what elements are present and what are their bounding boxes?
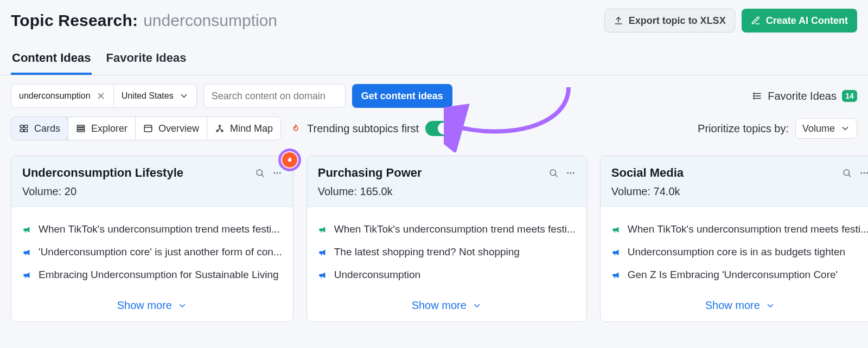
view-cards-label: Cards [34,123,60,134]
list-item-text: The latest shopping trend? Not shopping [334,246,520,258]
card-volume-value: 165.0k [360,185,393,197]
bullhorn-icon [611,247,621,257]
more-icon[interactable] [566,168,576,178]
country-select[interactable]: United States [114,85,196,107]
topic-card: Purchasing Power Volume: 165.0k Whe [307,156,587,322]
svg-rect-10 [144,125,152,132]
card-actions [255,168,282,178]
export-xlsx-label: Export topic to XLSX [629,15,726,27]
tab-favorite-ideas[interactable]: Favorite Ideas [105,46,187,75]
topic-chip[interactable]: underconsumption [11,85,113,107]
bullhorn-icon [318,224,328,234]
svg-point-0 [754,93,755,94]
svg-point-18 [550,170,556,176]
list-item[interactable]: Embracing Underconsumption for Sustainab… [22,263,282,286]
trending-toggle[interactable] [425,121,451,136]
mindmap-icon [215,124,225,133]
bullhorn-icon [22,247,32,257]
bullhorn-icon [611,224,621,234]
card-title-row: Underconsumption Lifestyle [22,166,282,180]
toggle-knob [438,123,450,134]
card-volume-label: Volume: [22,185,65,197]
list-item-text: 'Underconsumption core' is just another … [39,246,282,258]
chevron-down-icon [840,124,850,133]
card-header: Underconsumption Lifestyle Volume: 20 [11,156,293,207]
show-more-button[interactable]: Show more [601,292,868,321]
trending-toggle-wrap: Trending subtopics first [291,121,451,136]
export-xlsx-button[interactable]: Export topic to XLSX [604,9,735,33]
list-item[interactable]: Underconsumption [318,263,576,286]
svg-point-11 [219,125,221,127]
page-title-wrap: Topic Research: underconsumption [11,11,277,30]
view-cards[interactable]: Cards [11,117,68,140]
list-item[interactable]: The latest shopping trend? Not shopping [318,241,576,263]
show-more-button[interactable]: Show more [11,292,293,321]
view-bar: Cards Explorer Overview Mind Map [0,112,868,149]
svg-point-21 [573,172,575,174]
svg-point-25 [866,172,868,174]
svg-point-17 [279,172,280,174]
svg-point-14 [257,170,263,176]
edit-icon [751,16,761,25]
list-item[interactable]: When TikTok's underconsumption trend mee… [318,218,576,241]
fire-icon [291,124,301,133]
svg-point-2 [754,98,755,99]
svg-point-24 [863,172,865,174]
card-volume: Volume: 74.0k [611,185,868,198]
search-icon[interactable] [842,168,852,178]
svg-point-15 [273,172,275,174]
card-volume-label: Volume: [318,185,360,197]
search-icon[interactable] [548,168,558,178]
get-content-ideas-button[interactable]: Get content ideas [352,84,452,108]
list-item[interactable]: When TikTok's underconsumption trend mee… [22,218,282,241]
view-overview-label: Overview [158,123,199,134]
list-item-text: When TikTok's underconsumption trend mee… [628,223,868,235]
view-mindmap[interactable]: Mind Map [207,117,280,140]
view-mindmap-label: Mind Map [230,123,273,134]
tab-content-ideas[interactable]: Content Ideas [11,46,92,75]
search-icon[interactable] [255,168,265,178]
svg-rect-3 [20,125,23,128]
prioritize-select[interactable]: Volume [795,118,857,139]
list-item-text: Underconsumption [334,269,420,281]
card-body: When TikTok's underconsumption trend mee… [601,207,868,292]
view-overview[interactable]: Overview [135,117,207,140]
topic-card: Social Media Volume: 74.0k When Tik [600,156,868,322]
close-icon[interactable] [96,91,106,101]
svg-point-22 [844,170,850,176]
view-explorer[interactable]: Explorer [68,117,135,140]
create-ai-content-button[interactable]: Create AI Content [742,9,857,33]
bullhorn-icon [22,224,32,234]
list-item-text: Embracing Underconsumption for Sustainab… [39,269,279,281]
favorite-ideas-link[interactable]: Favorite Ideas 14 [768,90,857,102]
show-more-button[interactable]: Show more [307,292,586,321]
bullhorn-icon [611,270,621,280]
view-explorer-label: Explorer [91,123,127,134]
card-header: Social Media Volume: 74.0k [601,156,868,207]
list-item-text: Underconsumption core is in as budgets t… [628,246,845,258]
country-value: United States [122,91,174,101]
search-domain-input[interactable] [203,84,346,108]
view-switcher: Cards Explorer Overview Mind Map [11,117,281,140]
card-volume-label: Volume: [611,185,654,197]
more-icon[interactable] [272,168,282,178]
card-volume: Volume: 20 [22,185,282,198]
card-body: When TikTok's underconsumption trend mee… [11,207,293,292]
prioritize-label: Prioritize topics by: [698,123,789,135]
trending-label: Trending subtopics first [307,123,419,135]
list-item[interactable]: Underconsumption core is in as budgets t… [611,241,868,263]
controls-left: underconsumption United States Get conte… [11,84,452,108]
page-header: Topic Research: underconsumption Export … [0,0,868,36]
bullhorn-icon [22,270,32,280]
topic-country-segment: underconsumption United States [11,84,197,108]
explorer-icon [76,124,86,133]
fire-badge [278,149,301,171]
card-header: Purchasing Power Volume: 165.0k [307,156,586,207]
list-item[interactable]: Gen Z Is Embracing 'Underconsumption Cor… [611,263,868,286]
card-actions [548,168,576,178]
list-item[interactable]: When TikTok's underconsumption trend mee… [611,218,868,241]
list-item[interactable]: 'Underconsumption core' is just another … [22,241,282,263]
svg-rect-8 [77,128,85,130]
more-icon[interactable] [859,168,868,178]
controls-row: underconsumption United States Get conte… [0,75,868,112]
